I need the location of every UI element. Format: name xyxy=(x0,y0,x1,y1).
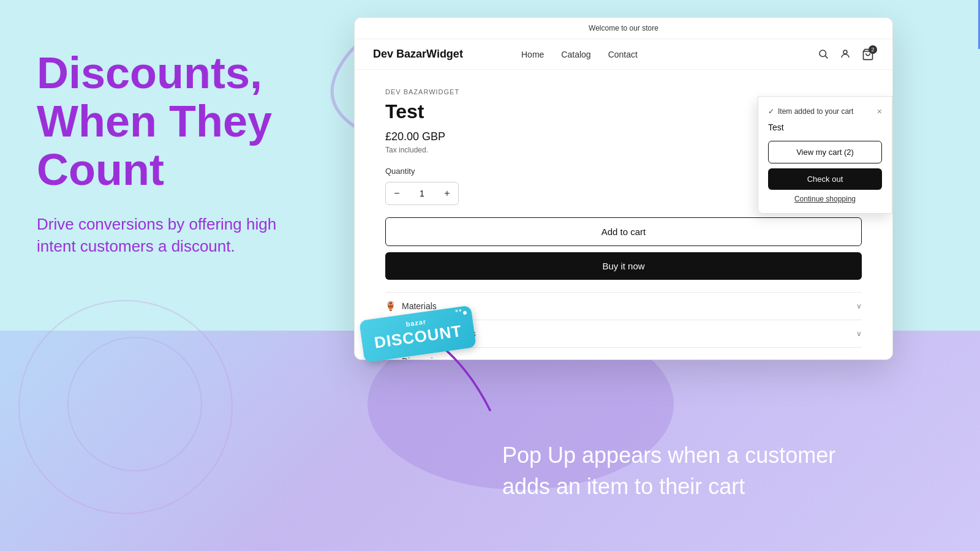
add-to-cart-button[interactable]: Add to cart xyxy=(385,217,862,246)
quantity-increase[interactable]: + xyxy=(436,182,458,204)
check-icon: ✓ xyxy=(768,107,774,116)
cart-item-name: Test xyxy=(768,122,882,132)
materials-label: Materials xyxy=(402,301,437,311)
topbar-text: Welcome to our store xyxy=(589,24,658,32)
bottom-text-container: Pop Up appears when a customer adds an i… xyxy=(502,440,858,502)
account-icon[interactable] xyxy=(840,48,852,61)
svg-line-1 xyxy=(825,56,827,58)
nav-home[interactable]: Home xyxy=(521,50,544,59)
nav-contact[interactable]: Contact xyxy=(608,50,638,59)
left-content: Discounts, When They Count Drive convers… xyxy=(37,49,380,257)
store-brand: Dev BazarWidget xyxy=(373,48,521,61)
cart-popup-header: ✓ Item added to your cart × xyxy=(768,107,882,116)
nav-catalog[interactable]: Catalog xyxy=(561,50,590,59)
deco-circle-small xyxy=(67,337,202,471)
item-added-label: Item added to your cart xyxy=(778,107,853,116)
close-popup-button[interactable]: × xyxy=(877,107,882,116)
browser-window: Welcome to our store Dev BazarWidget Hom… xyxy=(354,17,893,360)
view-cart-button[interactable]: View my cart (2) xyxy=(768,141,882,163)
sub-heading: Drive conversions by offering high inten… xyxy=(37,213,380,258)
bottom-description: Pop Up appears when a customer adds an i… xyxy=(502,440,858,502)
svg-point-0 xyxy=(820,50,826,57)
main-heading: Discounts, When They Count xyxy=(37,49,380,195)
svg-point-2 xyxy=(843,50,847,54)
store-header-icons: 2 xyxy=(818,48,874,61)
store-topbar: Welcome to our store xyxy=(355,18,892,39)
store-nav-links: Home Catalog Contact xyxy=(521,50,818,59)
store-nav: Dev BazarWidget Home Catalog Contact xyxy=(355,39,892,70)
product-brand: DEV BAZARWIDGET xyxy=(385,88,862,96)
quantity-decrease[interactable]: − xyxy=(386,182,408,204)
quantity-value: 1 xyxy=(408,189,436,198)
search-icon[interactable] xyxy=(818,48,830,61)
materials-icon: 🏺 xyxy=(385,301,396,311)
continue-shopping-link[interactable]: Continue shopping xyxy=(768,195,882,203)
cart-count-badge: 2 xyxy=(869,45,877,54)
checkout-button[interactable]: Check out xyxy=(768,168,882,190)
quantity-control: − 1 + xyxy=(385,182,459,205)
shipping-chevron: ∨ xyxy=(856,329,862,338)
dimensions-chevron: ∨ xyxy=(856,357,862,360)
cart-popup: ✓ Item added to your cart × Test View my… xyxy=(758,96,892,214)
buy-now-button[interactable]: Buy it now xyxy=(385,252,862,280)
materials-chevron: ∨ xyxy=(856,302,862,310)
cart-icon[interactable]: 2 xyxy=(862,48,874,61)
